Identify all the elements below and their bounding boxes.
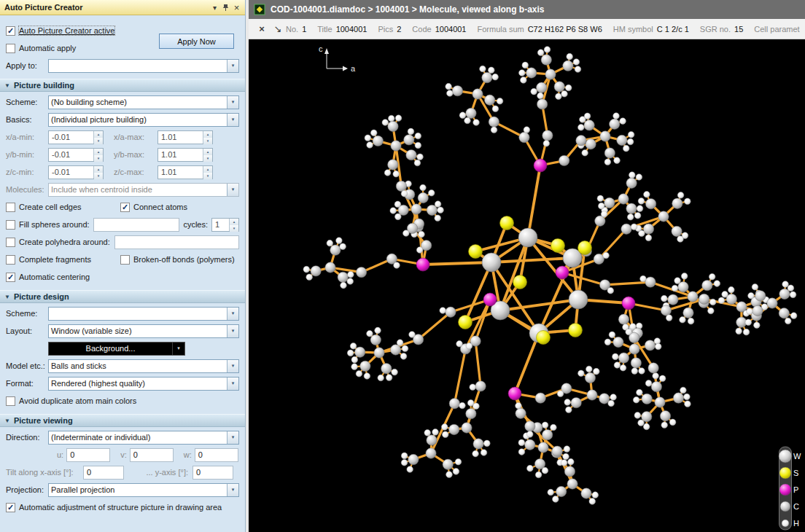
chevron-down-icon: ▾ [227,184,238,196]
building-scheme-select[interactable]: (No building scheme) ▾ [48,95,239,109]
molecule-canvas[interactable]: ca WSPCH [249,39,805,532]
model-select[interactable]: Balls and sticks ▾ [48,359,239,373]
axis-c-label: c [319,44,323,53]
arrow-down-right-icon: ↘ [274,23,282,34]
format-label: Format: [6,379,48,388]
connect-atoms-checkbox[interactable]: ✓ [120,203,130,212]
chevron-down-icon[interactable]: ▾ [172,343,184,355]
toolbar-field: No.1 [286,25,306,34]
structure-drawing-area[interactable]: ca WSPCH [249,39,805,532]
projection-select[interactable]: Parallel projection ▾ [48,483,239,497]
direction-select[interactable]: (Indeterminate or individual) ▾ [48,431,239,445]
chevron-down-icon: ▾ [227,484,238,496]
yb-min-label: y/b-min: [6,150,48,159]
spin-up-icon[interactable]: ▴ [94,166,103,173]
u-input[interactable]: 0 [66,448,110,462]
zc-max-input[interactable]: 1.01 ▴▾ [158,165,213,179]
yb-max-input[interactable]: 1.01 ▴▾ [158,148,213,162]
fill-spheres-checkbox[interactable] [6,220,15,230]
avoid-duplicate-colors-checkbox[interactable] [6,396,15,406]
u-label: u: [57,450,63,459]
document-toolbar: × ↘ No.1Title1004001Pics2Code1004001Form… [249,19,805,39]
basics-select[interactable]: (Individual picture building) ▾ [48,113,239,127]
check-icon: ✓ [7,273,14,281]
apply-to-select[interactable]: ▾ [48,59,239,73]
document-title: COD-1004001.diamdoc > 1004001 > Molecule… [271,4,545,15]
axis-a-label: a [351,64,356,73]
spin-up-icon[interactable]: ▴ [203,149,212,155]
design-scheme-select[interactable]: ▾ [48,307,239,321]
background-button[interactable]: Background... ▾ [48,342,185,356]
collapse-icon: ▼ [4,418,10,424]
spin-down-icon[interactable]: ▾ [94,173,103,179]
pin-icon[interactable] [220,2,231,13]
chevron-down-icon: ▾ [227,60,238,72]
layout-select[interactable]: Window (variable size) ▾ [48,324,239,338]
chevron-down-icon: ▾ [227,378,238,390]
create-polyhedra-input[interactable] [114,235,239,249]
close-icon: × [234,2,240,13]
connect-atoms-label: Connect atoms [133,203,187,211]
legend-swatch-S [779,467,791,479]
tilt-y-input[interactable]: 0 [192,466,233,480]
spin-down-icon[interactable]: ▾ [94,138,103,144]
complete-fragments-checkbox[interactable] [6,255,15,265]
panel-title: Auto Picture Creator [3,3,209,12]
legend-label-W: W [793,452,801,461]
toolbar-field: Title1004001 [317,25,367,34]
spin-down-icon[interactable]: ▾ [203,138,212,144]
section-picture-building[interactable]: ▼ Picture building [0,79,245,92]
create-polyhedra-checkbox[interactable] [6,238,15,247]
spin-up-icon[interactable]: ▴ [94,131,103,138]
spin-down-icon[interactable]: ▾ [203,155,212,162]
w-input[interactable]: 0 [195,448,238,462]
design-scheme-label: Scheme: [6,309,48,318]
close-panel-button[interactable]: × [231,2,242,13]
toolbar-field: Cell parameters2 [754,25,800,34]
navigate-arrow-button[interactable]: ↘ [270,23,286,34]
spin-down-icon[interactable]: ▾ [94,155,103,162]
model-label: Model etc.: [6,361,48,370]
scheme-label: Scheme: [6,98,48,106]
section-picture-design[interactable]: ▼ Picture design [0,290,245,303]
legend-swatch-H [782,520,789,527]
spin-up-icon[interactable]: ▴ [94,149,103,155]
create-cell-edges-checkbox[interactable] [6,203,15,212]
molecules-label: Molecules: [6,185,48,194]
spin-down-icon[interactable]: ▾ [203,173,212,179]
xa-max-label: x/a-max: [114,133,158,141]
toolbar-field: HM symbolC 1 2/c 1 [613,25,689,34]
apc-active-checkbox[interactable]: ✓ [6,26,15,36]
xa-max-input[interactable]: 1.01 ▴▾ [158,130,213,144]
spin-up-icon[interactable]: ▴ [230,219,238,225]
apc-active-label[interactable]: Auto Picture Creator active [19,26,114,35]
xa-min-input[interactable]: -0.01 ▴▾ [48,130,104,144]
yb-min-input[interactable]: -0.01 ▴▾ [48,148,104,162]
panel-menu-button[interactable]: ▾ [209,2,220,13]
spin-up-icon[interactable]: ▴ [203,166,212,173]
section-title: Picture viewing [14,416,73,425]
spin-up-icon[interactable]: ▴ [203,131,212,138]
chevron-down-icon: ▾ [213,4,217,12]
fill-spheres-input[interactable] [93,218,180,232]
section-title: Picture design [14,292,69,301]
v-input[interactable]: 0 [130,448,174,462]
apply-now-button[interactable]: Apply Now [159,34,234,49]
auto-adjust-checkbox[interactable]: ✓ [6,503,15,512]
zc-min-label: z/c-min: [6,168,48,176]
close-document-button[interactable]: × [254,23,270,34]
format-select[interactable]: Rendered (highest quality) ▾ [48,377,239,391]
spin-down-icon[interactable]: ▾ [230,225,238,232]
automatic-apply-checkbox[interactable] [6,44,15,53]
automatic-centering-checkbox[interactable]: ✓ [6,273,15,282]
section-picture-viewing[interactable]: ▼ Picture viewing [0,414,245,427]
chevron-down-icon: ▾ [227,431,238,444]
zc-min-input[interactable]: -0.01 ▴▾ [48,165,104,179]
cycles-input[interactable]: 1 ▴▾ [211,218,239,232]
document-icon [254,4,265,15]
chevron-down-icon: ▾ [227,360,238,372]
check-icon: ✓ [7,27,14,35]
tilt-x-input[interactable]: 0 [83,466,124,480]
legend-label-S: S [793,469,798,477]
broken-off-bonds-checkbox[interactable] [120,255,130,265]
